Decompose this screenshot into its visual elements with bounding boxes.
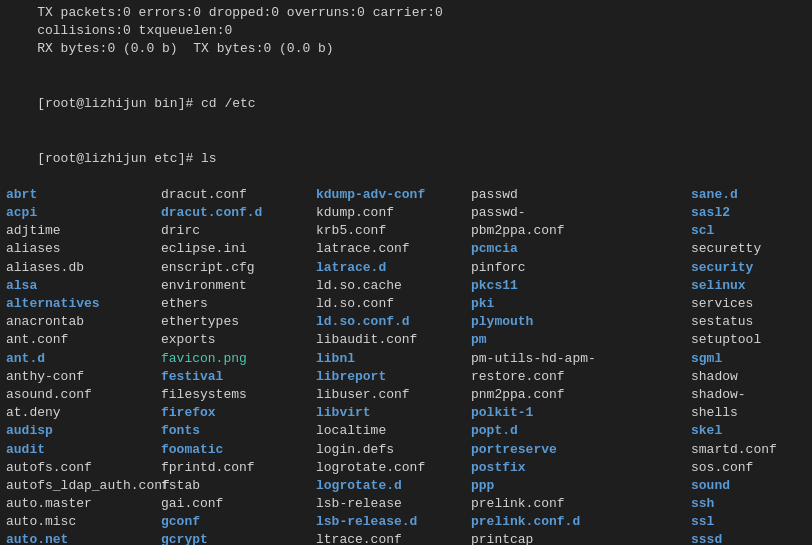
list-item: anthy-conf (6, 368, 151, 386)
list-item: kdump.conf (316, 204, 461, 222)
list-item: logrotate.d (316, 477, 461, 495)
list-item: scl (691, 222, 812, 240)
list-item: dracut.conf (161, 186, 306, 204)
blank-line (6, 59, 806, 77)
list-item: selinux (691, 277, 812, 295)
list-item: fprintd.conf (161, 459, 306, 477)
list-item: exports (161, 331, 306, 349)
col-3: kdump-adv-conf kdump.conf krb5.conf latr… (316, 186, 471, 545)
list-item: aliases.db (6, 259, 151, 277)
list-item: pkcs11 (471, 277, 681, 295)
list-item: pki (471, 295, 681, 313)
list-item: gai.conf (161, 495, 306, 513)
col-5: sane.d sasl2 scl securetty security seli… (691, 186, 812, 545)
list-item: audisp (6, 422, 151, 440)
list-item: pcmcia (471, 240, 681, 258)
list-item: prelink.conf.d (471, 513, 681, 531)
list-item: fstab (161, 477, 306, 495)
list-item: krb5.conf (316, 222, 461, 240)
list-item: libuser.conf (316, 386, 461, 404)
list-item: latrace.conf (316, 240, 461, 258)
list-item: auto.misc (6, 513, 151, 531)
list-item: ant.conf (6, 331, 151, 349)
terminal-window: TX packets:0 errors:0 dropped:0 overruns… (6, 4, 806, 545)
list-item: asound.conf (6, 386, 151, 404)
list-item: sasl2 (691, 204, 812, 222)
list-item: securetty (691, 240, 812, 258)
list-item: kdump-adv-conf (316, 186, 461, 204)
list-item: printcap (471, 531, 681, 545)
list-item: audit (6, 441, 151, 459)
list-item: autofs.conf (6, 459, 151, 477)
header-line-3: RX bytes:0 (0.0 b) TX bytes:0 (0.0 b) (6, 40, 806, 58)
list-item: ld.so.cache (316, 277, 461, 295)
list-item: latrace.d (316, 259, 461, 277)
list-item: autofs_ldap_auth.conf (6, 477, 151, 495)
list-item: eclipse.ini (161, 240, 306, 258)
list-item: ld.so.conf.d (316, 313, 461, 331)
list-item: ld.so.conf (316, 295, 461, 313)
list-item: auto.master (6, 495, 151, 513)
list-item: lsb-release.d (316, 513, 461, 531)
list-item: polkit-1 (471, 404, 681, 422)
list-item: filesystems (161, 386, 306, 404)
list-item: shadow (691, 368, 812, 386)
col-4: passwd passwd- pbm2ppa.conf pcmcia pinfo… (471, 186, 691, 545)
list-item: passwd (471, 186, 681, 204)
list-item: at.deny (6, 404, 151, 422)
list-item: pnm2ppa.conf (471, 386, 681, 404)
list-item: logrotate.conf (316, 459, 461, 477)
prompt-2: [root@lizhijun etc]# (37, 151, 201, 166)
list-item: ssl (691, 513, 812, 531)
list-item: environment (161, 277, 306, 295)
list-item: libreport (316, 368, 461, 386)
list-item: libaudit.conf (316, 331, 461, 349)
list-item: sestatus (691, 313, 812, 331)
header-line-2: collisions:0 txqueuelen:0 (6, 22, 806, 40)
cmd-ls: ls (201, 151, 217, 166)
list-item: sssd (691, 531, 812, 545)
prompt-1: [root@lizhijun bin]# (37, 96, 201, 111)
list-item: foomatic (161, 441, 306, 459)
col-2: dracut.conf dracut.conf.d drirc eclipse.… (161, 186, 316, 545)
list-item: prelink.conf (471, 495, 681, 513)
list-item: adjtime (6, 222, 151, 240)
list-item: popt.d (471, 422, 681, 440)
list-item: login.defs (316, 441, 461, 459)
list-item: aliases (6, 240, 151, 258)
list-item: anacrontab (6, 313, 151, 331)
list-item: sgml (691, 350, 812, 368)
list-item: dracut.conf.d (161, 204, 306, 222)
prompt-cd: [root@lizhijun bin]# cd /etc (6, 77, 806, 132)
list-item: drirc (161, 222, 306, 240)
list-item: festival (161, 368, 306, 386)
list-item: ssh (691, 495, 812, 513)
list-item: ppp (471, 477, 681, 495)
list-item: lsb-release (316, 495, 461, 513)
list-item: firefox (161, 404, 306, 422)
list-item: pm (471, 331, 681, 349)
list-item: localtime (316, 422, 461, 440)
list-item: acpi (6, 204, 151, 222)
list-item: ethertypes (161, 313, 306, 331)
list-item: sos.conf (691, 459, 812, 477)
list-item: abrt (6, 186, 151, 204)
list-item: gcrypt (161, 531, 306, 545)
col-1: abrt acpi adjtime aliases aliases.db als… (6, 186, 161, 545)
list-item: sound (691, 477, 812, 495)
list-item: pinforc (471, 259, 681, 277)
list-item: alternatives (6, 295, 151, 313)
list-item: sane.d (691, 186, 812, 204)
list-item: auto.net (6, 531, 151, 545)
list-item: ltrace.conf (316, 531, 461, 545)
list-item: portreserve (471, 441, 681, 459)
list-item: services (691, 295, 812, 313)
list-item: plymouth (471, 313, 681, 331)
prompt-ls: [root@lizhijun etc]# ls (6, 131, 806, 186)
list-item: ethers (161, 295, 306, 313)
ls-output: abrt acpi adjtime aliases aliases.db als… (6, 186, 806, 545)
list-item: enscript.cfg (161, 259, 306, 277)
list-item: favicon.png (161, 350, 306, 368)
header-line-1: TX packets:0 errors:0 dropped:0 overruns… (6, 4, 806, 22)
list-item: security (691, 259, 812, 277)
